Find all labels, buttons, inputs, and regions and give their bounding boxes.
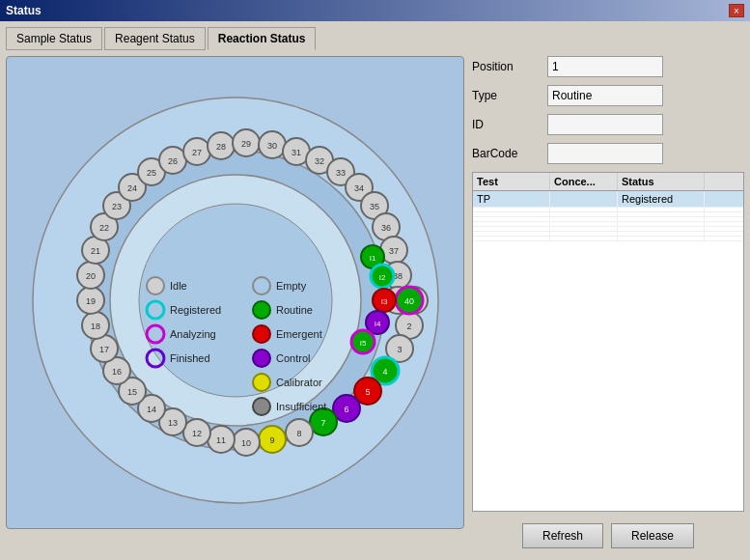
svg-text:17: 17 bbox=[99, 345, 109, 354]
svg-point-106 bbox=[253, 325, 270, 343]
table-row[interactable]: TP Registered bbox=[473, 191, 743, 208]
svg-point-96 bbox=[147, 301, 164, 319]
svg-text:Emergent: Emergent bbox=[276, 328, 322, 340]
svg-text:9: 9 bbox=[269, 435, 274, 445]
right-panel: Position Type ID BarCode Test Conce... S… bbox=[472, 56, 744, 548]
svg-text:26: 26 bbox=[168, 156, 178, 166]
svg-text:Insufficient: Insufficient bbox=[276, 401, 326, 412]
tab-sample-status[interactable]: Sample Status bbox=[6, 27, 102, 50]
svg-point-110 bbox=[253, 374, 270, 391]
cell-test bbox=[473, 212, 550, 216]
svg-text:29: 29 bbox=[241, 139, 251, 149]
svg-text:Calibrator: Calibrator bbox=[276, 377, 322, 388]
cell-status bbox=[618, 232, 705, 236]
cell-test bbox=[473, 208, 550, 211]
table-body: TP Registered bbox=[473, 191, 743, 241]
svg-text:Finished: Finished bbox=[170, 352, 210, 364]
svg-point-98 bbox=[147, 325, 164, 343]
svg-text:34: 34 bbox=[354, 183, 364, 193]
cell-concentration bbox=[550, 232, 618, 236]
svg-text:8: 8 bbox=[296, 429, 301, 438]
diagram-panel: 1 2 3 4 5 6 bbox=[6, 56, 464, 529]
svg-text:Empty: Empty bbox=[276, 280, 307, 292]
cell-status bbox=[618, 222, 705, 226]
content-area: 1 2 3 4 5 6 bbox=[6, 56, 744, 548]
svg-text:19: 19 bbox=[86, 296, 96, 306]
col-concentration: Conce... bbox=[550, 173, 618, 190]
svg-text:7: 7 bbox=[320, 418, 325, 428]
table-header: Test Conce... Status bbox=[473, 173, 743, 191]
cell-status bbox=[618, 208, 705, 211]
table-row[interactable] bbox=[473, 237, 743, 241]
id-label: ID bbox=[472, 118, 540, 131]
position-label: Position bbox=[472, 60, 540, 73]
cell-status bbox=[618, 217, 705, 221]
release-button[interactable]: Release bbox=[611, 523, 694, 548]
title-bar: Status × bbox=[0, 0, 750, 21]
tab-reaction-status[interactable]: Reaction Status bbox=[208, 27, 317, 50]
svg-point-3 bbox=[139, 204, 332, 397]
cell-concentration bbox=[550, 212, 618, 216]
svg-text:I4: I4 bbox=[375, 320, 381, 328]
window-body: Sample Status Reagent Status Reaction St… bbox=[0, 21, 750, 560]
barcode-label: BarCode bbox=[472, 147, 540, 160]
svg-text:6: 6 bbox=[344, 405, 348, 414]
svg-text:23: 23 bbox=[112, 202, 122, 211]
svg-text:4: 4 bbox=[382, 367, 387, 377]
close-button[interactable]: × bbox=[729, 4, 744, 17]
svg-text:12: 12 bbox=[192, 429, 202, 438]
svg-text:13: 13 bbox=[168, 418, 178, 428]
position-input[interactable] bbox=[547, 56, 663, 77]
circular-diagram: 1 2 3 4 5 6 bbox=[15, 64, 455, 522]
svg-text:33: 33 bbox=[336, 168, 346, 178]
svg-text:40: 40 bbox=[404, 296, 414, 306]
col-status: Status bbox=[618, 173, 705, 190]
svg-text:Analyzing: Analyzing bbox=[170, 328, 216, 340]
svg-point-102 bbox=[253, 277, 270, 294]
svg-text:25: 25 bbox=[147, 168, 156, 178]
button-row: Refresh Release bbox=[472, 523, 744, 548]
svg-text:Control: Control bbox=[276, 352, 310, 364]
svg-text:I1: I1 bbox=[370, 254, 376, 263]
svg-text:11: 11 bbox=[216, 435, 226, 445]
svg-text:21: 21 bbox=[91, 246, 100, 256]
svg-text:Registered: Registered bbox=[170, 304, 221, 316]
diagram-container: 1 2 3 4 5 6 bbox=[7, 57, 463, 528]
svg-text:5: 5 bbox=[365, 387, 370, 397]
id-row: ID bbox=[472, 114, 744, 135]
svg-text:16: 16 bbox=[112, 367, 122, 377]
svg-text:20: 20 bbox=[86, 271, 96, 281]
svg-text:30: 30 bbox=[267, 141, 277, 151]
barcode-input[interactable] bbox=[547, 143, 663, 164]
results-table: Test Conce... Status TP Registered bbox=[472, 172, 744, 512]
cell-concentration bbox=[550, 208, 618, 211]
cell-concentration bbox=[550, 222, 618, 226]
position-row: Position bbox=[472, 56, 744, 77]
cell-test bbox=[473, 237, 550, 240]
svg-text:32: 32 bbox=[315, 156, 324, 166]
refresh-button[interactable]: Refresh bbox=[522, 523, 603, 548]
cell-test bbox=[473, 222, 550, 226]
svg-text:22: 22 bbox=[99, 223, 109, 233]
svg-text:I3: I3 bbox=[381, 297, 388, 306]
tab-bar: Sample Status Reagent Status Reaction St… bbox=[6, 27, 744, 50]
barcode-row: BarCode bbox=[472, 143, 744, 164]
svg-text:Idle: Idle bbox=[170, 280, 187, 292]
svg-text:27: 27 bbox=[192, 148, 202, 157]
svg-text:31: 31 bbox=[292, 148, 301, 157]
type-input[interactable] bbox=[547, 85, 663, 106]
svg-text:36: 36 bbox=[381, 223, 391, 233]
col-test: Test bbox=[473, 173, 550, 190]
svg-text:10: 10 bbox=[241, 438, 251, 448]
svg-point-94 bbox=[147, 277, 164, 294]
tab-reagent-status[interactable]: Reagent Status bbox=[104, 27, 206, 50]
svg-point-104 bbox=[253, 301, 270, 319]
svg-text:28: 28 bbox=[216, 142, 226, 152]
cell-concentration bbox=[550, 237, 618, 240]
svg-text:3: 3 bbox=[397, 345, 402, 354]
svg-text:35: 35 bbox=[370, 202, 379, 211]
svg-text:37: 37 bbox=[389, 246, 399, 256]
svg-point-108 bbox=[253, 350, 270, 367]
svg-text:24: 24 bbox=[127, 183, 137, 193]
id-input[interactable] bbox=[547, 114, 663, 135]
